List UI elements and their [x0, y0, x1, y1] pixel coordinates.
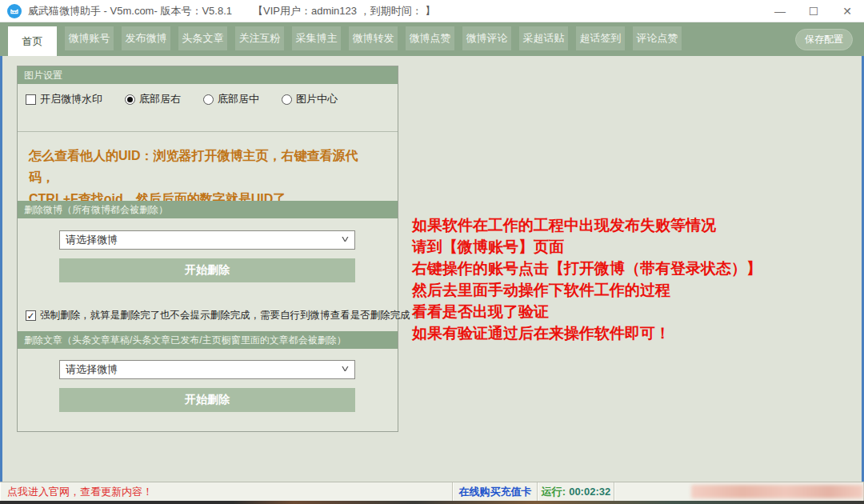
tab-weibo-repost[interactable]: 微博转发 [349, 26, 398, 50]
radio-unselected-icon [203, 94, 214, 105]
force-delete-checkbox[interactable]: ✓ 强制删除，就算是删除完了也不会提示删除完成，需要自行到微博查看是否删除完成！ [26, 309, 420, 322]
delete-article-select-value: 请选择微博 [66, 362, 118, 377]
tab-bar: 首页 微博账号 发布微博 头条文章 关注互粉 采集博主 微博转发 微博点赞 微博… [0, 22, 864, 56]
tab-follow-fans[interactable]: 关注互粉 [235, 26, 284, 50]
status-bar: 点我进入官网，查看更新内容！ 在线购买充值卡 运行: 00:02:32 [0, 482, 864, 501]
tab-collect-bloggers[interactable]: 采集博主 [292, 26, 341, 50]
tab-weibo-accounts[interactable]: 微博账号 [65, 26, 114, 50]
window-title: 威武猫微博助手 - V5m.com- 版本号：V5.8.1 【VIP用户：adm… [28, 4, 435, 18]
delete-weibo-header: 删除微博（所有微博都会被删除） [18, 201, 398, 218]
radio-image-center-label: 图片中心 [296, 92, 338, 106]
tab-home[interactable]: 首页 [8, 26, 57, 56]
checkbox-checked-icon: ✓ [26, 310, 36, 321]
force-delete-label: 强制删除，就算是删除完了也不会提示删除完成，需要自行到微博查看是否删除完成！ [40, 309, 420, 322]
maximize-button[interactable]: ☐ [797, 0, 830, 22]
watermark-checkbox-label: 开启微博水印 [40, 92, 102, 106]
app-logo-icon [7, 4, 22, 18]
checkbox-unchecked-icon [26, 94, 36, 105]
desktop-edge [0, 501, 864, 504]
close-button[interactable]: ✕ [830, 0, 864, 22]
tab-comment-like[interactable]: 评论点赞 [633, 26, 682, 50]
notice-line: 看看是否出现了验证 [412, 301, 860, 322]
uid-hint-text: 怎么查看他人的UID：浏览器打开微博主页，右键查看源代码， CTRL+F查找oi… [29, 145, 381, 210]
notice-line: 右键操作的账号点击【打开微博（带有登录状态）】 [412, 258, 860, 279]
statusbar-extra [614, 482, 864, 501]
delete-article-header: 删除文章（头条文章草稿/头条文章已发布/主页橱窗里面的文章都会被删除） [18, 331, 398, 349]
watermark-checkbox[interactable]: 开启微博水印 [26, 92, 102, 106]
tab-weibo-like[interactable]: 微博点赞 [406, 26, 454, 50]
tab-publish-weibo[interactable]: 发布微博 [122, 26, 170, 50]
image-settings-controls: 开启微博水印 底部居右 底部居中 图片中心 [26, 92, 360, 106]
settings-panel: 图片设置 开启微博水印 底部居右 底部居中 图片中心 怎么查看他人的UID：浏览… [17, 66, 398, 432]
redacted-blur [691, 485, 863, 498]
notice-line: 如果软件在工作的工程中出现发布失败等情况 [412, 214, 860, 236]
radio-selected-icon [125, 94, 135, 105]
radio-unselected-icon [282, 94, 292, 105]
radio-bottom-center[interactable]: 底部居中 [203, 92, 259, 106]
delete-article-start-button[interactable]: 开始删除 [59, 388, 355, 412]
app-window: 威武猫微博助手 - V5m.com- 版本号：V5.8.1 【VIP用户：adm… [0, 0, 864, 504]
radio-image-center[interactable]: 图片中心 [282, 92, 338, 106]
runtime-value: 00:02:32 [569, 486, 610, 498]
failure-notice: 如果软件在工作的工程中出现发布失败等情况 请到【微博账号】页面 右键操作的账号点… [412, 214, 860, 344]
panel-divider [18, 131, 398, 132]
chevron-down-icon: ˅ [342, 364, 350, 375]
radio-bottom-right[interactable]: 底部居右 [125, 92, 181, 106]
runtime-status: 运行: 00:02:32 [538, 482, 614, 501]
notice-line: 请到【微博账号】页面 [412, 236, 860, 258]
image-settings-header: 图片设置 [18, 66, 398, 84]
radio-bottom-center-label: 底部居中 [218, 92, 259, 106]
tab-collect-supertopic[interactable]: 采超话贴 [519, 26, 568, 50]
delete-weibo-account-select[interactable]: 请选择微博 ˅ [59, 230, 355, 250]
title-bar: 威武猫微博助手 - V5m.com- 版本号：V5.8.1 【VIP用户：adm… [0, 0, 864, 22]
buy-recharge-card-link[interactable]: 在线购买充值卡 [453, 482, 538, 501]
notice-line: 如果有验证通过后在来操作软件即可！ [412, 322, 860, 344]
notice-line: 然后去里面手动操作下软件工作的过程 [412, 279, 860, 301]
delete-weibo-select-value: 请选择微博 [66, 233, 118, 247]
window-controls: — ☐ ✕ [763, 0, 864, 22]
tab-toutiao-article[interactable]: 头条文章 [178, 26, 227, 50]
radio-bottom-right-label: 底部居右 [139, 92, 181, 106]
official-site-link[interactable]: 点我进入官网，查看更新内容！ [0, 482, 453, 501]
save-config-button[interactable]: 保存配置 [795, 29, 853, 50]
minimize-button[interactable]: — [763, 0, 797, 22]
tab-supertopic-checkin[interactable]: 超话签到 [576, 26, 625, 50]
uid-hint-line1: 怎么查看他人的UID：浏览器打开微博主页，右键查看源代码， [29, 145, 381, 188]
delete-weibo-start-button[interactable]: 开始删除 [59, 258, 355, 282]
tab-weibo-comment[interactable]: 微博评论 [462, 26, 511, 50]
chevron-down-icon: ˅ [342, 234, 350, 246]
delete-article-account-select[interactable]: 请选择微博 ˅ [59, 360, 355, 379]
runtime-label: 运行: [542, 485, 566, 499]
